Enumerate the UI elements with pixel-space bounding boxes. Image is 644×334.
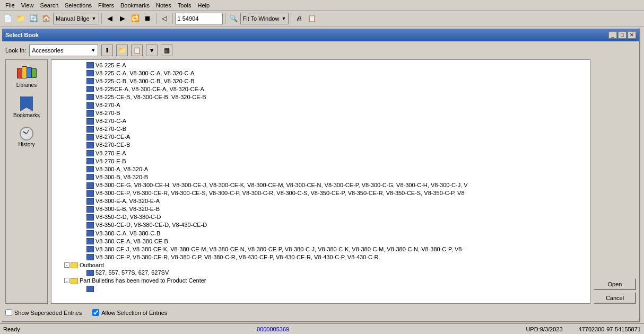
open-button[interactable]: Open — [594, 278, 636, 290]
cancel-button[interactable]: Cancel — [594, 292, 636, 304]
book-icon — [86, 93, 94, 100]
tree-item[interactable]: V8-270-B — [53, 109, 589, 117]
menu-search[interactable]: Search — [37, 2, 62, 9]
dialog-main-area: Libraries Bookmarks History — [5, 59, 636, 304]
book-icon — [86, 269, 94, 276]
look-in-view-btn[interactable]: 📋 — [131, 45, 143, 56]
tree-item-label: V8-270-C-A — [95, 118, 126, 124]
menu-filters[interactable]: Filters — [95, 2, 117, 9]
menu-notes[interactable]: Notes — [153, 2, 175, 9]
dialog-minimize-btn[interactable]: _ — [608, 31, 617, 39]
toolbar-refresh-btn[interactable]: 🔄 — [28, 13, 39, 24]
tree-item[interactable]: V8-300-CE-G, V8-300-CE-H, V8-300-CE-J, V… — [53, 181, 589, 189]
toolbar-home-btn[interactable]: 🏠 — [40, 13, 52, 24]
toolbar-fit-dropdown[interactable]: Fit To Window ▼ — [240, 13, 289, 24]
tree-item-label: V8-300-A, V8-320-A — [95, 166, 148, 172]
show-superseded-checkbox[interactable] — [5, 309, 12, 316]
look-in-select[interactable]: Accessories ▼ — [29, 45, 98, 56]
folder-icon — [71, 277, 78, 284]
sidebar: Libraries Bookmarks History — [5, 59, 48, 304]
toolbar-page-input[interactable]: 1 54904 — [175, 13, 223, 24]
look-in-up-btn[interactable]: ⬆ — [101, 45, 113, 56]
tree-item[interactable]: V8-270-C-B — [53, 125, 589, 133]
tree-item[interactable]: V8-270-CE-A — [53, 133, 589, 141]
book-icon — [86, 230, 94, 236]
dialog-titlebar: Select Book _ □ ✕ — [2, 29, 639, 41]
file-list[interactable]: V6-225-E-AV8-225-C-A, V8-300-C-A, V8-320… — [51, 60, 590, 303]
toolbar-open-btn[interactable]: 📁 — [15, 13, 27, 24]
bookmarks-icon — [20, 96, 33, 111]
tree-item[interactable]: V8-270-A — [53, 101, 589, 109]
allow-selection-row: Allow Selection of Entries — [92, 309, 167, 316]
toolbar-print-btn[interactable]: 🖨 — [293, 13, 305, 24]
toolbar-bilge-dropdown[interactable]: Manual Bilge ▼ — [53, 13, 99, 24]
tree-item[interactable]: V8-225-CE-B, V8-300-CE-B, V8-320-CE-B — [53, 93, 589, 101]
toolbar-next-btn[interactable]: ▶ — [117, 13, 128, 24]
history-icon — [20, 127, 33, 140]
sidebar-item-history[interactable]: History — [6, 124, 47, 151]
tree-item[interactable]: V6-225-E-A — [53, 61, 589, 69]
menu-file[interactable]: File — [2, 2, 18, 9]
sidebar-item-bookmarks[interactable]: Bookmarks — [6, 93, 47, 121]
sidebar-item-libraries[interactable]: Libraries — [6, 62, 47, 91]
tree-item[interactable]: V8-225-C-A, V8-300-C-A, V8-320-C-A — [53, 69, 589, 77]
tree-item[interactable]: V8-300-A, V8-320-A — [53, 165, 589, 173]
book-icon — [86, 253, 94, 260]
tree-item[interactable]: V8-380-C-A, V8-380-C-B — [53, 229, 589, 237]
toolbar-stop-btn[interactable]: ⏹ — [142, 13, 154, 24]
tree-item[interactable]: V8-380-CE-A, V8-380-CE-B — [53, 237, 589, 245]
tree-toggle[interactable]: - — [64, 262, 69, 268]
libraries-icon — [17, 65, 36, 81]
toolbar-prev-btn[interactable]: ◀ — [104, 13, 116, 24]
toolbar-new-btn[interactable]: 📄 — [2, 13, 14, 24]
menu-bookmarks[interactable]: Bookmarks — [117, 2, 153, 9]
tree-item[interactable]: V8-350-CE-D, V8-380-CE-D, V8-430-CE-D — [53, 221, 589, 229]
tree-item[interactable]: -Outboard — [53, 261, 589, 269]
toolbar-reload-btn[interactable]: 🔁 — [129, 13, 141, 24]
book-icon — [86, 245, 94, 252]
toolbar-zoom-btn[interactable]: 🔍 — [228, 13, 239, 24]
tree-item[interactable] — [53, 285, 589, 293]
tree-item[interactable]: V8-270-CE-B — [53, 141, 589, 149]
toolbar-copy-btn[interactable]: 📋 — [306, 13, 318, 24]
tree-item[interactable]: V8-300-E-A, V8-320-E-A — [53, 197, 589, 205]
tree-item[interactable]: V8-270-E-A — [53, 149, 589, 157]
tree-item[interactable]: V8-270-E-B — [53, 157, 589, 165]
look-in-grid-btn[interactable]: ▦ — [161, 45, 172, 56]
bottom-options: Show Superseded Entries Allow Selection … — [5, 307, 636, 318]
book-icon — [86, 222, 94, 228]
allow-selection-label: Allow Selection of Entries — [101, 310, 167, 316]
allow-selection-checkbox[interactable] — [92, 309, 99, 316]
tree-item-label: V8-270-E-A — [95, 150, 126, 156]
book-icon — [86, 77, 94, 84]
look-in-row: Look In: Accessories ▼ ⬆ 📁 📋 ▼ ▦ — [5, 45, 636, 56]
tree-item[interactable]: V8-270-C-A — [53, 117, 589, 125]
toolbar-back-btn[interactable]: ◁ — [159, 13, 170, 24]
tree-toggle[interactable]: - — [64, 278, 69, 283]
tree-item[interactable]: V8-300-CE-P, V8-300-CE-R, V8-300-CE-S, V… — [53, 189, 589, 197]
look-in-new-btn[interactable]: 📁 — [116, 45, 128, 56]
menu-view[interactable]: View — [18, 2, 37, 9]
tree-item[interactable]: V8-225-C-B, V8-300-C-B, V8-320-C-B — [53, 77, 589, 85]
dialog-maximize-btn[interactable]: □ — [618, 31, 626, 39]
look-in-label: Look In: — [5, 47, 26, 54]
menu-selections[interactable]: Selections — [62, 2, 95, 9]
tree-item[interactable]: -Part Bulletins has been moved to Produc… — [53, 277, 589, 285]
tree-item[interactable]: V8-350-C-D, V8-380-C-D — [53, 213, 589, 221]
tree-item-label: 527, 557, 577S, 627, 627SV — [95, 269, 169, 276]
menu-tools[interactable]: Tools — [175, 2, 195, 9]
tree-item-label: V8-380-CE-P, V8-380-CE-R, V8-380-C-P, V8… — [95, 254, 379, 260]
look-in-menu-btn[interactable]: ▼ — [146, 45, 158, 56]
tree-item-label: V8-300-CE-P, V8-300-CE-R, V8-300-CE-S, V… — [95, 190, 465, 196]
book-icon — [86, 150, 94, 156]
tree-item[interactable]: V8-380-CE-J, V8-380-CE-K, V8-380-CE-M, V… — [53, 245, 589, 253]
dialog-close-btn[interactable]: ✕ — [628, 31, 636, 39]
tree-item[interactable]: V8-380-CE-P, V8-380-CE-R, V8-380-C-P, V8… — [53, 253, 589, 261]
tree-item[interactable]: V8-225CE-A, V8-300-CE-A, V8-320-CE-A — [53, 85, 589, 93]
menu-help[interactable]: Help — [194, 2, 213, 9]
book-icon — [86, 238, 94, 244]
book-icon — [86, 110, 94, 117]
tree-item[interactable]: V8-300-E-B, V8-320-E-B — [53, 205, 589, 213]
tree-item[interactable]: 527, 557, 577S, 627, 627SV — [53, 269, 589, 277]
tree-item[interactable]: V8-300-B, V8-320-B — [53, 173, 589, 181]
